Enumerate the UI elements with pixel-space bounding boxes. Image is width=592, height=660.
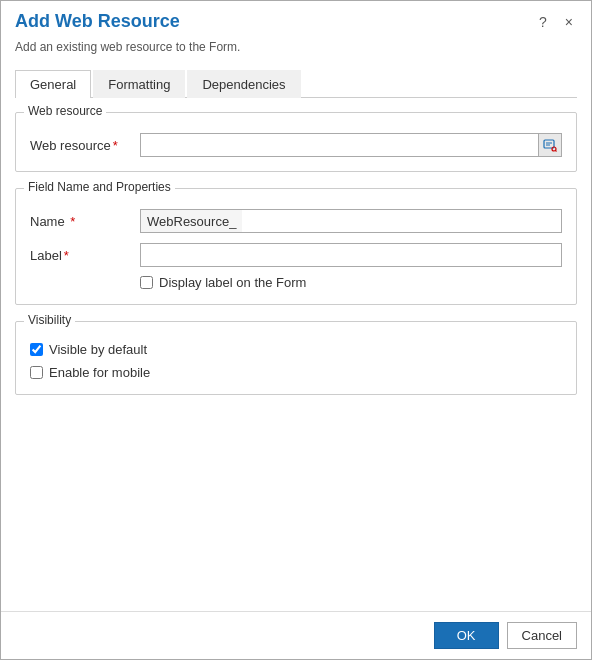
field-name-properties-legend: Field Name and Properties bbox=[24, 180, 175, 194]
name-input[interactable] bbox=[242, 209, 562, 233]
display-label-row: Display label on the Form bbox=[140, 275, 562, 290]
visible-by-default-checkbox[interactable] bbox=[30, 343, 43, 356]
web-resource-group: Web resource Web resource* bbox=[15, 112, 577, 172]
label-row: Label* bbox=[30, 243, 562, 267]
tab-general[interactable]: General bbox=[15, 70, 91, 98]
name-input-wrap: WebResource_ bbox=[140, 209, 562, 233]
dialog-subtitle: Add an existing web resource to the Form… bbox=[1, 38, 591, 64]
field-name-properties-group: Field Name and Properties Name * WebReso… bbox=[15, 188, 577, 305]
dialog-body: General Formatting Dependencies Web reso… bbox=[1, 64, 591, 611]
dialog-footer: OK Cancel bbox=[1, 611, 591, 659]
label-required: * bbox=[64, 248, 69, 263]
name-required: * bbox=[67, 214, 76, 229]
visible-by-default-row: Visible by default bbox=[30, 342, 562, 357]
add-web-resource-dialog: Add Web Resource ? × Add an existing web… bbox=[0, 0, 592, 660]
web-resource-required: * bbox=[113, 138, 118, 153]
browse-icon bbox=[543, 138, 557, 152]
enable-for-mobile-label[interactable]: Enable for mobile bbox=[49, 365, 150, 380]
dialog-title: Add Web Resource bbox=[15, 11, 180, 32]
label-field-label: Label* bbox=[30, 248, 140, 263]
name-control: WebResource_ bbox=[140, 209, 562, 233]
label-control bbox=[140, 243, 562, 267]
label-input[interactable] bbox=[140, 243, 562, 267]
display-label-checkbox[interactable] bbox=[140, 276, 153, 289]
tab-bar: General Formatting Dependencies bbox=[15, 70, 577, 98]
visibility-group: Visibility Visible by default Enable for… bbox=[15, 321, 577, 395]
tab-formatting[interactable]: Formatting bbox=[93, 70, 185, 98]
name-prefix: WebResource_ bbox=[140, 209, 242, 233]
tab-dependencies[interactable]: Dependencies bbox=[187, 70, 300, 98]
web-resource-legend: Web resource bbox=[24, 104, 106, 118]
titlebar-actions: ? × bbox=[535, 12, 577, 32]
dialog-titlebar: Add Web Resource ? × bbox=[1, 1, 591, 38]
cancel-button[interactable]: Cancel bbox=[507, 622, 577, 649]
name-label: Name * bbox=[30, 214, 140, 229]
svg-line-4 bbox=[555, 150, 556, 151]
web-resource-row: Web resource* bbox=[30, 133, 562, 157]
visible-by-default-label[interactable]: Visible by default bbox=[49, 342, 147, 357]
enable-for-mobile-checkbox[interactable] bbox=[30, 366, 43, 379]
web-resource-input-wrap bbox=[140, 133, 562, 157]
close-button[interactable]: × bbox=[561, 12, 577, 32]
web-resource-label: Web resource* bbox=[30, 138, 140, 153]
browse-button[interactable] bbox=[538, 133, 562, 157]
name-row: Name * WebResource_ bbox=[30, 209, 562, 233]
ok-button[interactable]: OK bbox=[434, 622, 499, 649]
web-resource-input[interactable] bbox=[140, 133, 538, 157]
web-resource-control bbox=[140, 133, 562, 157]
svg-rect-0 bbox=[544, 140, 554, 148]
help-button[interactable]: ? bbox=[535, 12, 551, 32]
display-label-checkbox-label[interactable]: Display label on the Form bbox=[159, 275, 306, 290]
enable-for-mobile-row: Enable for mobile bbox=[30, 365, 562, 380]
visibility-legend: Visibility bbox=[24, 313, 75, 327]
